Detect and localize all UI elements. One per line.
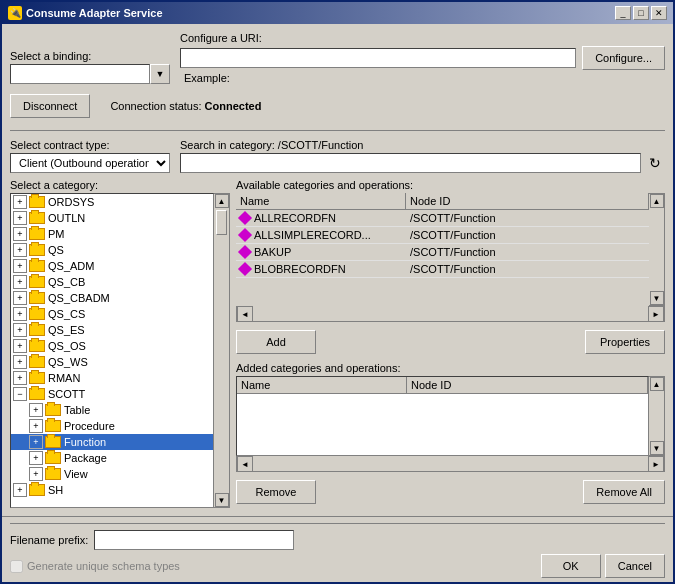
ok-button[interactable]: OK xyxy=(541,554,601,578)
tree-item-qs-cb[interactable]: + QS_CB xyxy=(11,274,213,290)
toggle-qs-adm[interactable]: + xyxy=(13,259,27,273)
toggle-package[interactable]: + xyxy=(29,451,43,465)
added-vscrollbar: ▲ ▼ xyxy=(649,376,665,456)
remove-button[interactable]: Remove xyxy=(236,480,316,504)
node-label-qs-cb: QS_CB xyxy=(48,276,85,288)
toggle-qs-es[interactable]: + xyxy=(13,323,27,337)
tree-item-outln[interactable]: + OUTLN xyxy=(11,210,213,226)
tree-item-ordsys[interactable]: + ORDSYS xyxy=(11,194,213,210)
dialog-footer: Filename prefix: Generate unique schema … xyxy=(2,516,673,582)
tree-item-qs-cs[interactable]: + QS_CS xyxy=(11,306,213,322)
disconnect-button[interactable]: Disconnect xyxy=(10,94,90,118)
toggle-pm[interactable]: + xyxy=(13,227,27,241)
toggle-qs-cb[interactable]: + xyxy=(13,275,27,289)
tree-item-function[interactable]: + Function xyxy=(11,434,213,450)
tree-item-rman[interactable]: + RMAN xyxy=(11,370,213,386)
tree-item-qs-es[interactable]: + QS_ES xyxy=(11,322,213,338)
category-tree[interactable]: + ORDSYS + OUTLN + PM xyxy=(10,193,214,508)
folder-icon-pm xyxy=(29,228,45,240)
contract-select[interactable]: Client (Outbound operation: xyxy=(10,153,170,173)
added-scroll-up[interactable]: ▲ xyxy=(650,377,664,391)
tree-item-scott[interactable]: − SCOTT xyxy=(11,386,213,402)
available-scroll-track xyxy=(650,208,664,291)
toggle-qs-os[interactable]: + xyxy=(13,339,27,353)
tree-item-qs-os[interactable]: + QS_OS xyxy=(11,338,213,354)
toggle-rman[interactable]: + xyxy=(13,371,27,385)
tree-item-qs[interactable]: + QS xyxy=(11,242,213,258)
node-label-outln: OUTLN xyxy=(48,212,85,224)
available-scroll-down[interactable]: ▼ xyxy=(650,291,664,305)
window-title: Consume Adapter Service xyxy=(26,7,163,19)
node-label-function: Function xyxy=(64,436,106,448)
category-label: Select a category: xyxy=(10,179,230,191)
toggle-sh[interactable]: + xyxy=(13,483,27,497)
close-button[interactable]: ✕ xyxy=(651,6,667,20)
toggle-qs-ws[interactable]: + xyxy=(13,355,27,369)
refresh-icon[interactable]: ↻ xyxy=(645,153,665,173)
added-scroll-down[interactable]: ▼ xyxy=(650,441,664,455)
added-table[interactable]: Name Node ID xyxy=(236,376,649,456)
binding-dropdown-button[interactable]: ▼ xyxy=(150,64,170,84)
added-col-name: Name xyxy=(237,377,407,393)
folder-icon-qs-os xyxy=(29,340,45,352)
minimize-button[interactable]: _ xyxy=(615,6,631,20)
titlebar: 🔌 Consume Adapter Service _ □ ✕ xyxy=(2,2,673,24)
remove-all-button[interactable]: Remove All xyxy=(583,480,665,504)
tree-item-package[interactable]: + Package xyxy=(11,450,213,466)
toggle-function[interactable]: + xyxy=(29,435,43,449)
binding-input[interactable]: oracleDBBinding xyxy=(10,64,150,84)
toggle-scott[interactable]: − xyxy=(13,387,27,401)
search-label: Search in category: /SCOTT/Function xyxy=(180,139,665,151)
search-input[interactable] xyxy=(180,153,641,173)
binding-group: Select a binding: oracleDBBinding ▼ xyxy=(10,50,170,84)
tree-scroll-up[interactable]: ▲ xyxy=(215,194,229,208)
folder-icon-qs-ws xyxy=(29,356,45,368)
available-table[interactable]: Name Node ID ALLRECORDFN /SCOTT/Function xyxy=(236,193,649,306)
toggle-qs-cs[interactable]: + xyxy=(13,307,27,321)
folder-icon-outln xyxy=(29,212,45,224)
tree-item-pm[interactable]: + PM xyxy=(11,226,213,242)
add-button[interactable]: Add xyxy=(236,330,316,354)
tree-item-procedure[interactable]: + Procedure xyxy=(11,418,213,434)
toggle-table[interactable]: + xyxy=(29,403,43,417)
available-row-2[interactable]: BAKUP /SCOTT/Function xyxy=(236,244,649,261)
available-table-wrapper: Name Node ID ALLRECORDFN /SCOTT/Function xyxy=(236,193,665,306)
available-hscroll-left[interactable]: ◄ xyxy=(237,306,253,322)
node-label-rman: RMAN xyxy=(48,372,80,384)
generate-checkbox[interactable] xyxy=(10,560,23,573)
available-row-1[interactable]: ALLSIMPLERECORD... /SCOTT/Function xyxy=(236,227,649,244)
added-hscroll-left[interactable]: ◄ xyxy=(237,456,253,472)
tree-item-sh[interactable]: + SH xyxy=(11,482,213,498)
tree-scroll-down[interactable]: ▼ xyxy=(215,493,229,507)
toggle-outln[interactable]: + xyxy=(13,211,27,225)
node-label-ordsys: ORDSYS xyxy=(48,196,94,208)
toggle-procedure[interactable]: + xyxy=(29,419,43,433)
toggle-view[interactable]: + xyxy=(29,467,43,481)
tree-item-view[interactable]: + View xyxy=(11,466,213,482)
tree-item-qs-adm[interactable]: + QS_ADM xyxy=(11,258,213,274)
available-row-3[interactable]: BLOBRECORDFN /SCOTT/Function xyxy=(236,261,649,278)
available-hscroll-right[interactable]: ► xyxy=(648,306,664,322)
added-hscroll-right[interactable]: ► xyxy=(648,456,664,472)
diamond-icon-0 xyxy=(238,211,252,225)
tree-vscrollbar: ▲ ▼ xyxy=(214,193,230,508)
toggle-qs-cbadm[interactable]: + xyxy=(13,291,27,305)
maximize-button[interactable]: □ xyxy=(633,6,649,20)
node-label-sh: SH xyxy=(48,484,63,496)
cancel-button[interactable]: Cancel xyxy=(605,554,665,578)
contract-group: Select contract type: Client (Outbound o… xyxy=(10,139,170,173)
filename-prefix-input[interactable] xyxy=(94,530,294,550)
available-row-0[interactable]: ALLRECORDFN /SCOTT/Function xyxy=(236,210,649,227)
toggle-qs[interactable]: + xyxy=(13,243,27,257)
search-row: ↻ xyxy=(180,153,665,173)
tree-item-table[interactable]: + Table xyxy=(11,402,213,418)
tree-item-qs-ws[interactable]: + QS_WS xyxy=(11,354,213,370)
available-col-name: Name xyxy=(236,193,406,209)
configure-button[interactable]: Configure... xyxy=(582,46,665,70)
toggle-ordsys[interactable]: + xyxy=(13,195,27,209)
tree-item-qs-cbadm[interactable]: + QS_CBADM xyxy=(11,290,213,306)
available-scroll-up[interactable]: ▲ xyxy=(650,194,664,208)
uri-input[interactable]: oracledb://adapter/ xyxy=(180,48,576,68)
properties-button[interactable]: Properties xyxy=(585,330,665,354)
left-panel: Select a category: + ORDSYS + OUTLN xyxy=(10,179,230,508)
